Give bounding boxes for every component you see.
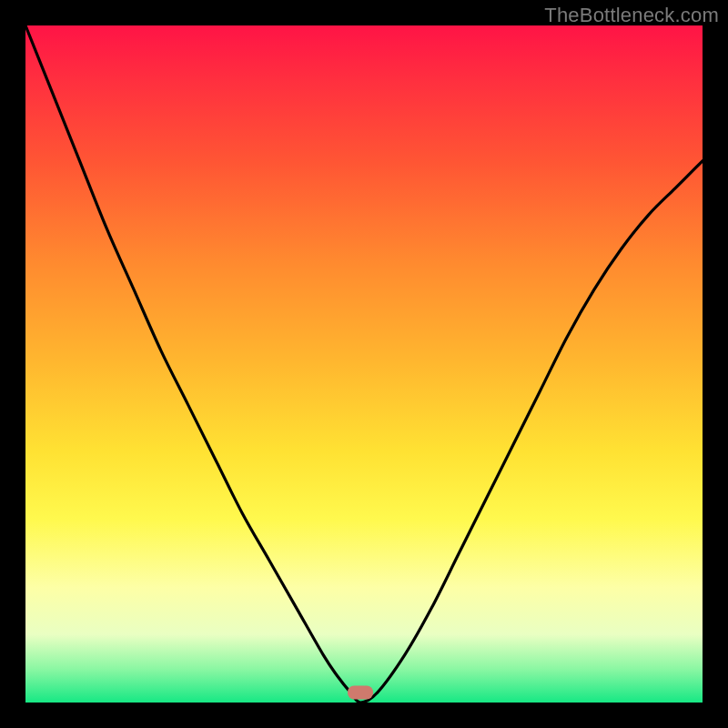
bottleneck-curve <box>25 25 703 703</box>
watermark-text: TheBottleneck.com <box>544 4 719 27</box>
plot-area <box>25 25 703 703</box>
chart-frame: TheBottleneck.com <box>0 0 728 728</box>
optimal-marker <box>348 685 373 699</box>
